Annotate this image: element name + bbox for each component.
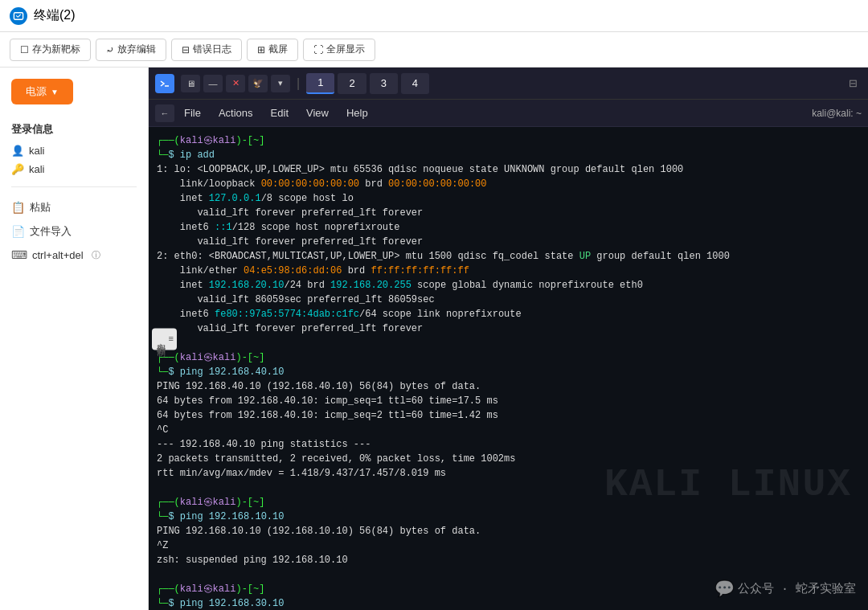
save-icon: ☐ bbox=[20, 44, 29, 55]
fullscreen-button[interactable]: ⛶ 全屏显示 bbox=[303, 39, 375, 61]
main-layout: 电源 ▼ 登录信息 👤 kali 🔑 kali 📋 粘贴 📄 文件导入 ⌨ ct… bbox=[0, 68, 868, 610]
ctrl-alt-del-action[interactable]: ⌨ ctrl+alt+del ⓘ bbox=[0, 244, 148, 266]
menu-help[interactable]: Help bbox=[338, 104, 376, 122]
term-tab-2[interactable]: 2 bbox=[338, 73, 366, 94]
login-info-title: 登录信息 bbox=[0, 116, 148, 141]
terminal-title: kali@kali: ~ bbox=[812, 108, 862, 119]
term-screen-icon[interactable]: 🖥 bbox=[181, 75, 200, 92]
power-button[interactable]: 电源 ▼ bbox=[11, 79, 73, 104]
fullscreen-icon: ⛶ bbox=[313, 44, 323, 55]
file-import-icon: 📄 bbox=[11, 225, 25, 238]
sidebar-divider bbox=[11, 186, 137, 187]
info-icon: ⓘ bbox=[92, 249, 100, 261]
discard-edit-button[interactable]: ⤾ 放弃编辑 bbox=[96, 39, 166, 61]
menu-actions[interactable]: Actions bbox=[211, 104, 261, 122]
menu-view[interactable]: View bbox=[298, 104, 337, 122]
app-icon bbox=[10, 7, 27, 25]
term-dropdown-icon[interactable]: ▾ bbox=[271, 75, 290, 92]
term-tab-3[interactable]: 3 bbox=[370, 73, 398, 94]
term-minimize-icon[interactable]: — bbox=[203, 75, 223, 92]
side-panel-icon: ≡ bbox=[169, 333, 174, 342]
sidebar: 电源 ▼ 登录信息 👤 kali 🔑 kali 📋 粘贴 📄 文件导入 ⌨ ct… bbox=[0, 68, 149, 610]
term-kali-icon[interactable]: 🦅 bbox=[248, 75, 268, 92]
save-new-target-button[interactable]: ☐ 存为新靶标 bbox=[10, 39, 91, 61]
paste-action[interactable]: 📋 粘贴 bbox=[0, 195, 148, 219]
toolbar: ☐ 存为新靶标 ⤾ 放弃编辑 ⊟ 错误日志 ⊞ 截屏 ⛶ 全屏显示 bbox=[0, 32, 868, 68]
username: kali bbox=[29, 145, 45, 157]
titlebar-title: 终端(2) bbox=[34, 7, 76, 24]
term-close-icon[interactable]: ✕ bbox=[226, 75, 245, 92]
menu-file[interactable]: File bbox=[176, 104, 209, 122]
discard-icon: ⤾ bbox=[106, 44, 114, 55]
chevron-down-icon: ▼ bbox=[51, 88, 59, 96]
menu-edit[interactable]: Edit bbox=[263, 104, 297, 122]
error-log-button[interactable]: ⊟ 错误日志 bbox=[171, 39, 242, 61]
terminal-topbar: 🖥 — ✕ 🦅 ▾ | 1 2 3 4 ⊟ bbox=[149, 68, 868, 100]
terminal-content[interactable]: ┌──(kali㉿kali)-[~] └─$ ip add 1: lo: <LO… bbox=[149, 127, 868, 610]
file-import-action[interactable]: 📄 文件导入 bbox=[0, 219, 148, 244]
side-panel-tab[interactable]: ≡ 实例控制 bbox=[152, 328, 177, 350]
terminal-menubar: ← File Actions Edit View Help kali@kali:… bbox=[149, 100, 868, 127]
key-icon: 🔑 bbox=[11, 163, 24, 175]
term-tab-4[interactable]: 4 bbox=[401, 73, 429, 94]
keyboard-icon: ⌨ bbox=[11, 248, 27, 261]
svg-line-2 bbox=[18, 14, 21, 17]
terminal-wrapper: 🖥 — ✕ 🦅 ▾ | 1 2 3 4 ⊟ ← File Actions Edi… bbox=[149, 68, 868, 610]
log-icon: ⊟ bbox=[182, 44, 190, 55]
screenshot-button[interactable]: ⊞ 截屏 bbox=[247, 39, 298, 61]
password-label: kali bbox=[29, 163, 45, 175]
terminal-app-icon bbox=[155, 74, 174, 93]
titlebar: 终端(2) bbox=[0, 0, 868, 32]
user-info-row: 👤 kali bbox=[0, 141, 148, 160]
screenshot-icon: ⊞ bbox=[257, 44, 265, 55]
term-tab-1[interactable]: 1 bbox=[306, 73, 334, 94]
term-window-close[interactable]: ⊟ bbox=[844, 75, 862, 92]
user-icon: 👤 bbox=[11, 145, 24, 157]
paste-icon: 📋 bbox=[11, 201, 25, 214]
term-back-btn[interactable]: ← bbox=[155, 104, 174, 122]
password-info-row: 🔑 kali bbox=[0, 160, 148, 178]
